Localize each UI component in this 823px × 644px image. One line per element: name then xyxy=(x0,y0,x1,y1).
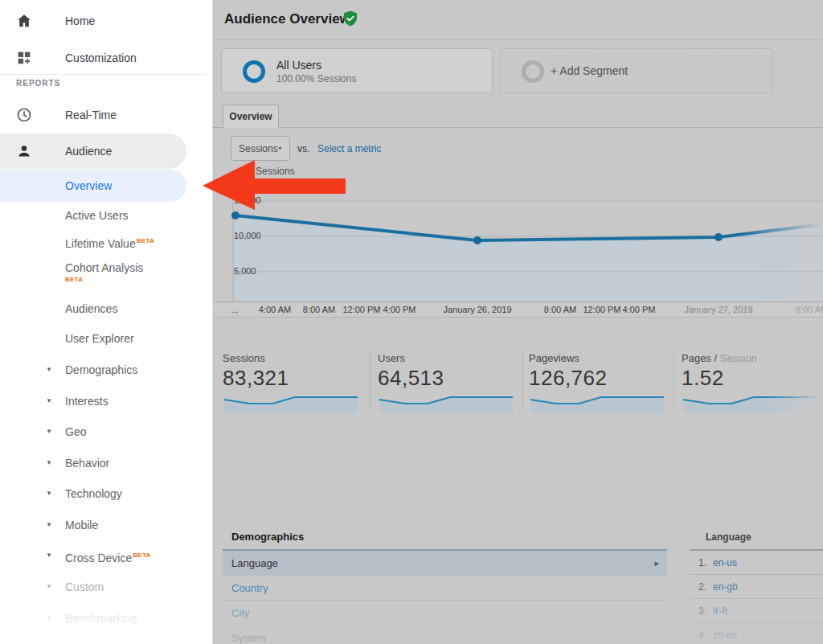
sparkline xyxy=(378,393,514,414)
demographics-section: Demographics Language ▸ Country City Sys… xyxy=(213,527,823,644)
sidebar-item-home[interactable]: Home xyxy=(0,9,206,33)
add-segment-button[interactable]: + Add Segment xyxy=(500,48,773,93)
sidebar-item-label: Technology xyxy=(65,482,122,506)
x-tick: 12:00 PM xyxy=(342,305,380,314)
sidebar-item-audience[interactable]: Audience xyxy=(0,133,186,169)
segment-name: All Users xyxy=(276,59,321,72)
sidebar-item-user-explorer[interactable]: User Explorer xyxy=(0,326,206,351)
x-tick: 8:00 AM xyxy=(796,305,823,314)
sidebar-item-technology[interactable]: ▼ Technology xyxy=(0,482,206,506)
x-tick: 4:00 AM xyxy=(259,305,291,314)
report-header: Audience Overview xyxy=(213,0,823,40)
chevron-down-icon: ▼ xyxy=(46,544,52,568)
sidebar-item-label: Behavior xyxy=(65,451,109,475)
sidebar-item-label: Active Users xyxy=(65,203,129,228)
sidebar-item-behavior[interactable]: ▼ Behavior xyxy=(0,451,206,475)
metric-card-users[interactable]: Users 64,513 xyxy=(378,352,522,414)
dimension-label: Language xyxy=(231,557,278,569)
language-row: 2. en-gb xyxy=(690,575,823,599)
rank: 3. xyxy=(690,599,706,623)
sidebar-item-label: Overview xyxy=(65,170,112,202)
sidebar-item-geo[interactable]: ▼ Geo xyxy=(0,420,206,444)
sidebar-item-label: User Explorer xyxy=(65,326,134,351)
sidebar-item-custom[interactable]: ▼ Custom xyxy=(0,575,206,599)
sidebar-item-cohort-analysis[interactable]: Cohort Analysis BETA xyxy=(0,256,206,291)
sidebar-item-label: Customization xyxy=(65,46,137,70)
sidebar-item-label: Home xyxy=(65,9,95,33)
dimension-row-city[interactable]: City xyxy=(223,601,667,626)
segment-ring-icon xyxy=(243,60,265,83)
sparkline xyxy=(223,393,359,414)
dimension-row-system[interactable]: System xyxy=(223,626,667,644)
metric-selector-label: Sessions xyxy=(239,143,278,154)
home-icon xyxy=(15,12,33,30)
sparkline xyxy=(529,393,665,414)
metric-card-pages-per-session[interactable]: Pages / Session 1.52 xyxy=(682,352,823,414)
metric-label: Users xyxy=(378,352,522,364)
demographics-dimension-list: Language ▸ Country City System xyxy=(223,549,667,644)
sidebar-item-label: Real-Time xyxy=(65,103,117,127)
rank: 4. xyxy=(690,623,706,644)
sidebar-item-label: Audience xyxy=(65,133,112,169)
sidebar-item-label: Mobile xyxy=(65,513,98,537)
screen: Home Customization REPORTS Real-Time Au xyxy=(0,0,823,644)
language-row: 3. fr-fr xyxy=(690,599,823,623)
sidebar-item-label: Audiences xyxy=(65,297,117,321)
metric-card-pageviews[interactable]: Pageviews 126,762 xyxy=(529,352,674,414)
add-segment-label: + Add Segment xyxy=(551,64,628,77)
sidebar-item-label: Lifetime ValueBETA xyxy=(65,229,154,256)
metric-label: Pageviews xyxy=(529,352,674,364)
sidebar-item-active-users[interactable]: Active Users xyxy=(0,203,206,228)
sidebar-item-overview[interactable]: Overview xyxy=(0,170,186,202)
dimension-row-country[interactable]: Country xyxy=(223,576,667,601)
customization-icon xyxy=(15,49,33,67)
chevron-down-icon: ▼ xyxy=(46,389,52,413)
dimension-row-language[interactable]: Language ▸ xyxy=(223,551,667,576)
metric-value: 126,762 xyxy=(529,366,674,391)
main-content: Audience Overview All Users 100.00% Sess… xyxy=(213,0,823,644)
dropdown-caret-icon: ▼ xyxy=(277,146,283,151)
sidebar-item-audiences[interactable]: Audiences xyxy=(0,297,206,321)
chevron-down-icon: ▼ xyxy=(46,358,52,382)
sidebar-item-label: Interests xyxy=(65,389,109,413)
sidebar-item-label: Demographics xyxy=(65,358,137,382)
sidebar-item-label: Benchmarking xyxy=(65,606,137,630)
sidebar-item-label: Cross DeviceBETA xyxy=(65,544,151,570)
metric-card-sessions[interactable]: Sessions 83,321 xyxy=(223,352,367,414)
sidebar-item-customization[interactable]: Customization xyxy=(0,46,206,70)
person-icon xyxy=(15,142,33,160)
x-tick: January 27, 2019 xyxy=(684,305,752,314)
language-value[interactable]: en-us xyxy=(713,551,737,575)
chevron-down-icon: ▼ xyxy=(46,513,52,537)
language-detail-panel: Language 1. en-us 2. en-gb 3. fr-fr xyxy=(679,527,823,644)
rank: 1. xyxy=(690,551,706,575)
sidebar-item-label: Cohort Analysis xyxy=(65,260,143,276)
segment-all-users[interactable]: All Users 100.00% Sessions xyxy=(221,48,493,93)
sidebar-item-mobile[interactable]: ▼ Mobile xyxy=(0,513,206,537)
metric-divider xyxy=(370,352,371,408)
sidebar-item-lifetime-value[interactable]: Lifetime ValueBETA xyxy=(0,229,206,253)
x-tick: 4:00 PM xyxy=(383,305,416,314)
y-tick-5000: 5,000 xyxy=(234,266,256,276)
language-value[interactable]: zh-cn xyxy=(713,623,736,644)
chevron-down-icon: ▼ xyxy=(46,482,52,506)
select-metric-link[interactable]: Select a metric xyxy=(317,143,381,154)
metric-selector-dropdown[interactable]: Sessions ▼ xyxy=(231,136,290,161)
sidebar-item-demographics[interactable]: ▼ Demographics xyxy=(0,358,206,382)
beta-badge: BETA xyxy=(65,276,83,283)
sidebar: Home Customization REPORTS Real-Time Au xyxy=(0,0,213,644)
x-tick: 8:00 AM xyxy=(303,305,335,314)
sidebar-item-label: Custom xyxy=(65,575,104,599)
tab-overview[interactable]: Overview xyxy=(223,105,279,128)
beta-badge: BETA xyxy=(137,237,154,244)
language-value[interactable]: en-gb xyxy=(713,575,738,599)
language-value[interactable]: fr-fr xyxy=(713,599,728,623)
metric-value: 83,321 xyxy=(223,366,367,391)
sidebar-item-cross-device[interactable]: ▼ Cross DeviceBETA xyxy=(0,544,206,568)
verified-shield-icon xyxy=(343,10,358,27)
chevron-down-icon: ▼ xyxy=(46,451,52,475)
tab-divider xyxy=(213,127,823,128)
sidebar-item-realtime[interactable]: Real-Time xyxy=(0,103,206,127)
sidebar-item-interests[interactable]: ▼ Interests xyxy=(0,389,206,413)
sidebar-item-benchmarking[interactable]: ▼ Benchmarking xyxy=(0,606,206,630)
